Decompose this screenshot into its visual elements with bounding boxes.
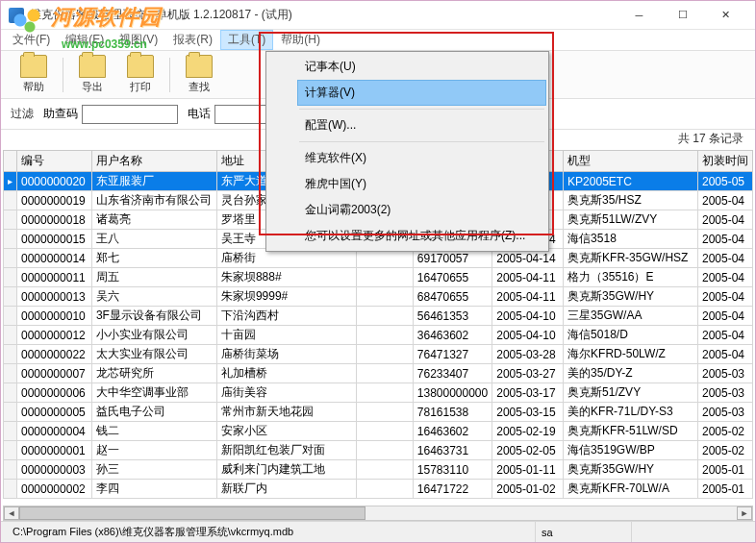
cell-install[interactable]: 2005-03 xyxy=(697,403,752,422)
cell-install[interactable]: 2005-04 xyxy=(697,268,752,287)
cell-name[interactable]: 3F显示设备有限公司 xyxy=(91,307,216,326)
cell-install[interactable]: 2005-04 xyxy=(697,326,752,345)
menu-view[interactable]: 视图(V) xyxy=(112,30,165,50)
cell-model[interactable]: 格力（35516）E xyxy=(564,268,698,287)
cell-model[interactable]: 奥克斯35GW/HY xyxy=(564,460,698,480)
cell-id[interactable]: 0000000019 xyxy=(17,191,92,210)
dd-jinshan[interactable]: 金山词霸2003(2) xyxy=(297,197,546,223)
row-marker[interactable] xyxy=(4,268,17,287)
cell-name[interactable]: 小小实业有限公司 xyxy=(91,326,216,345)
cell-addr[interactable]: 下沿沟西村 xyxy=(216,307,356,326)
cell-install[interactable]: 2005-04 xyxy=(697,230,752,249)
cell-c6[interactable]: 2005-01-02 xyxy=(492,480,564,499)
cell-model[interactable]: 海信3519GW/BP xyxy=(564,441,698,460)
cell-model[interactable]: 奥克斯KFR-51LW/SD xyxy=(564,422,698,441)
cell-addr[interactable]: 常州市新天地花园 xyxy=(216,403,356,422)
export-button[interactable]: 导出 xyxy=(69,53,115,96)
cell-c5[interactable]: 16470655 xyxy=(413,268,491,287)
cell-id[interactable]: 0000000012 xyxy=(17,326,92,345)
row-marker[interactable] xyxy=(4,307,17,326)
cell-id[interactable]: 0000000018 xyxy=(17,210,92,230)
dd-config[interactable]: 配置(W)... xyxy=(297,112,546,138)
row-marker[interactable] xyxy=(4,191,17,210)
cell-name[interactable]: 李四 xyxy=(91,480,216,499)
menu-report[interactable]: 报表(R) xyxy=(165,30,220,50)
cell-c5[interactable]: 76233407 xyxy=(413,364,491,383)
cell-c5[interactable]: 15783110 xyxy=(413,460,491,480)
cell-id[interactable]: 0000000007 xyxy=(17,364,92,383)
table-row[interactable]: 00000000103F显示设备有限公司下沿沟西村564613532005-04… xyxy=(4,307,753,326)
cell-install[interactable]: 2005-02 xyxy=(697,422,752,441)
horizontal-scrollbar[interactable]: ◄ ► xyxy=(3,506,753,521)
table-row[interactable]: 0000000007龙芯研究所礼加槽桥762334072005-03-27美的3… xyxy=(4,364,753,383)
scroll-right-button[interactable]: ► xyxy=(737,506,752,520)
cell-addr[interactable]: 威利来门内建筑工地 xyxy=(216,460,356,480)
print-button[interactable]: 打印 xyxy=(117,53,164,96)
cell-c4[interactable] xyxy=(357,441,414,460)
maximize-button[interactable]: ☐ xyxy=(661,2,704,29)
row-marker[interactable]: ▸ xyxy=(4,172,17,191)
cell-c4[interactable] xyxy=(357,326,414,345)
table-row[interactable]: 0000000004钱二安家小区164636022005-02-19奥克斯KFR… xyxy=(4,422,753,441)
cell-c4[interactable] xyxy=(357,345,414,364)
cell-c6[interactable]: 2005-03-27 xyxy=(492,364,564,383)
dd-notepad[interactable]: 记事本(U) xyxy=(297,54,546,80)
cell-c4[interactable] xyxy=(357,480,414,499)
cell-addr[interactable]: 庙桥街菜场 xyxy=(216,345,356,364)
cell-c5[interactable]: 76471327 xyxy=(413,345,491,364)
menu-file[interactable]: 文件(F) xyxy=(5,30,58,50)
cell-id[interactable]: 0000000020 xyxy=(17,172,92,191)
close-button[interactable]: ✕ xyxy=(704,2,747,29)
find-button[interactable]: 查找 xyxy=(176,53,222,96)
cell-addr[interactable]: 朱家坝888# xyxy=(216,268,356,287)
cell-install[interactable]: 2005-04 xyxy=(697,345,752,364)
cell-c6[interactable]: 2005-04-11 xyxy=(492,268,564,287)
cell-model[interactable]: 奥克斯51LW/ZVY xyxy=(564,210,698,230)
cell-c4[interactable] xyxy=(357,403,414,422)
cell-c4[interactable] xyxy=(357,307,414,326)
scroll-left-button[interactable]: ◄ xyxy=(4,506,19,520)
menu-tools[interactable]: 工具(T) xyxy=(220,30,273,50)
cell-name[interactable]: 大中华空调事业部 xyxy=(91,383,216,403)
row-marker[interactable] xyxy=(4,345,17,364)
cell-install[interactable]: 2005-02 xyxy=(697,441,752,460)
row-marker[interactable] xyxy=(4,326,17,345)
cell-name[interactable]: 东亚服装厂 xyxy=(91,172,216,191)
col-name[interactable]: 用户名称 xyxy=(91,151,216,172)
cell-install[interactable]: 2005-04 xyxy=(697,210,752,230)
cell-c4[interactable] xyxy=(357,460,414,480)
cell-c6[interactable]: 2005-03-15 xyxy=(492,403,564,422)
cell-model[interactable]: 奥克斯51/ZVY xyxy=(564,383,698,403)
col-model[interactable]: 机型 xyxy=(564,151,698,172)
cell-id[interactable]: 0000000014 xyxy=(17,249,92,268)
cell-install[interactable]: 2005-03 xyxy=(697,383,752,403)
table-row[interactable]: 0000000005益氏电子公司常州市新天地花园781615382005-03-… xyxy=(4,403,753,422)
cell-id[interactable]: 0000000010 xyxy=(17,307,92,326)
table-row[interactable]: 0000000011周五朱家坝888#164706552005-04-11格力（… xyxy=(4,268,753,287)
cell-model[interactable]: 海信5018/D xyxy=(564,326,698,345)
row-marker[interactable] xyxy=(4,422,17,441)
cell-c6[interactable]: 2005-02-05 xyxy=(492,441,564,460)
table-row[interactable]: 0000000001赵一新阳凯红包装厂对面164637312005-02-05海… xyxy=(4,441,753,460)
cell-install[interactable]: 2005-04 xyxy=(697,191,752,210)
table-row[interactable]: 0000000012小小实业有限公司十亩园364636022005-04-10海… xyxy=(4,326,753,345)
cell-name[interactable]: 郑七 xyxy=(91,249,216,268)
cell-id[interactable]: 0000000022 xyxy=(17,345,92,364)
minimize-button[interactable]: ─ xyxy=(617,2,661,29)
cell-c6[interactable]: 2005-03-28 xyxy=(492,345,564,364)
row-marker[interactable] xyxy=(4,480,17,499)
cell-c5[interactable]: 56461353 xyxy=(413,307,491,326)
row-marker[interactable] xyxy=(4,460,17,480)
cell-id[interactable]: 0000000013 xyxy=(17,287,92,307)
cell-install[interactable]: 2005-01 xyxy=(697,480,752,499)
cell-c6[interactable]: 2005-04-10 xyxy=(492,326,564,345)
cell-addr[interactable]: 新联厂内 xyxy=(216,480,356,499)
cell-model[interactable]: 美的35/DY-Z xyxy=(564,364,698,383)
table-row[interactable]: 0000000022太大实业有限公司庙桥街菜场764713272005-03-2… xyxy=(4,345,753,364)
cell-id[interactable]: 0000000003 xyxy=(17,460,92,480)
cell-install[interactable]: 2005-04 xyxy=(697,287,752,307)
cell-c6[interactable]: 2005-03-17 xyxy=(492,383,564,403)
table-row[interactable]: 0000000003孙三威利来门内建筑工地157831102005-01-11奥… xyxy=(4,460,753,480)
table-row[interactable]: 0000000013吴六朱家坝9999#684706552005-04-11奥克… xyxy=(4,287,753,307)
table-row[interactable]: 0000000002李四新联厂内164717222005-01-02奥克斯KFR… xyxy=(4,480,753,499)
